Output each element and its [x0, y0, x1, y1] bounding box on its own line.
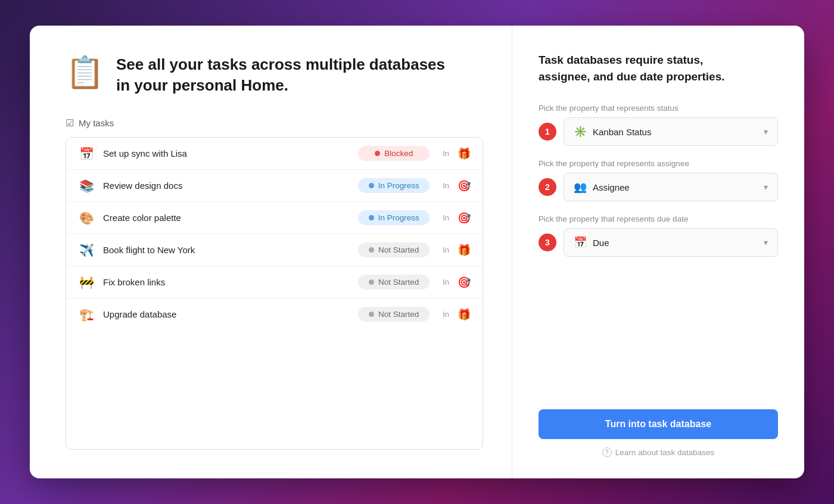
status-dot-1 — [369, 183, 374, 188]
status-dot-2 — [369, 215, 374, 220]
task-app-icon-3: 🎁 — [458, 244, 471, 257]
modal: 📋 See all your tasks across multiple dat… — [30, 26, 804, 478]
task-name-2: Create color palette — [103, 213, 350, 223]
property-section-2: Pick the property that represents assign… — [539, 159, 778, 201]
task-name-3: Book flight to New York — [103, 245, 350, 255]
task-emoji-5: 🏗️ — [78, 307, 95, 322]
task-emoji-1: 📚 — [78, 179, 95, 193]
learn-label: Learn about task databases — [615, 448, 715, 457]
chevron-down-icon-2: ▾ — [764, 182, 768, 192]
task-in-label-4: In — [443, 278, 449, 287]
step-badge-3: 3 — [539, 234, 556, 251]
clipboard-icon: 📋 — [66, 57, 104, 88]
status-dot-4 — [369, 279, 374, 285]
property-section-1: Pick the property that represents status… — [539, 104, 778, 146]
property-dropdown-left-3: 📅 Due — [574, 236, 609, 249]
task-row: 🏗️ Upgrade database Not Started In 🎁 — [66, 298, 483, 330]
task-app-icon-4: 🎯 — [458, 276, 471, 289]
property-sections: Pick the property that represents status… — [539, 104, 778, 270]
property-row-1: 1 ✳️ Kanban Status ▾ — [539, 117, 778, 146]
status-badge-0: Blocked — [358, 146, 430, 161]
bottom-section: Turn into task database ? Learn about ta… — [539, 409, 778, 457]
chevron-down-icon-1: ▾ — [764, 127, 768, 136]
status-badge-4: Not Started — [358, 275, 430, 290]
status-dot-0 — [375, 151, 380, 156]
task-row: 🎨 Create color palette In Progress In 🎯 — [66, 202, 483, 234]
property-dropdown-left-1: ✳️ Kanban Status — [574, 125, 651, 138]
task-row: 📚 Review design docs In Progress In 🎯 — [66, 170, 483, 202]
task-row: 🚧 Fix broken links Not Started In 🎯 — [66, 266, 483, 298]
property-dropdown-3[interactable]: 📅 Due ▾ — [564, 228, 778, 257]
task-emoji-2: 🎨 — [78, 211, 95, 225]
task-in-label-1: In — [443, 181, 449, 190]
status-badge-1: In Progress — [358, 178, 430, 193]
right-panel: Task databases require status,assignee, … — [512, 26, 804, 478]
property-dropdown-2[interactable]: 👥 Assignee ▾ — [564, 173, 778, 201]
assignee-icon: 👥 — [574, 181, 587, 194]
step-badge-1: 1 — [539, 123, 556, 141]
header-area: 📋 See all your tasks across multiple dat… — [66, 54, 483, 96]
task-app-icon-1: 🎯 — [458, 179, 471, 192]
task-name-5: Upgrade database — [103, 309, 350, 319]
property-label-2: Pick the property that represents assign… — [539, 159, 778, 168]
task-name-1: Review design docs — [103, 181, 350, 191]
task-app-icon-2: 🎯 — [458, 211, 471, 225]
property-selected-2: Assignee — [593, 182, 630, 192]
task-name-4: Fix broken links — [103, 277, 350, 287]
property-label-3: Pick the property that represents due da… — [539, 214, 778, 223]
my-tasks-text: My tasks — [79, 118, 114, 128]
property-dropdown-1[interactable]: ✳️ Kanban Status ▾ — [564, 117, 778, 146]
task-emoji-3: ✈️ — [78, 243, 95, 257]
checkbox-icon: ☑ — [66, 117, 74, 129]
property-label-1: Pick the property that represents status — [539, 104, 778, 113]
right-panel-title: Task databases require status,assignee, … — [539, 52, 778, 85]
task-row: ✈️ Book flight to New York Not Started I… — [66, 234, 483, 266]
task-name-0: Set up sync with Lisa — [103, 148, 350, 158]
task-app-icon-0: 🎁 — [458, 147, 471, 160]
status-badge-3: Not Started — [358, 242, 430, 257]
property-selected-1: Kanban Status — [593, 127, 651, 137]
property-section-3: Pick the property that represents due da… — [539, 214, 778, 257]
property-row-3: 3 📅 Due ▾ — [539, 228, 778, 257]
status-badge-2: In Progress — [358, 210, 430, 225]
tasks-list: 📅 Set up sync with Lisa Blocked In 🎁 📚 R… — [66, 137, 483, 450]
my-tasks-label: ☑ My tasks — [66, 117, 483, 129]
task-in-label-5: In — [443, 310, 449, 319]
spinner-icon: ✳️ — [574, 125, 587, 138]
learn-link[interactable]: ? Learn about task databases — [539, 447, 778, 457]
task-app-icon-5: 🎁 — [458, 308, 471, 321]
task-row: 📅 Set up sync with Lisa Blocked In 🎁 — [66, 138, 483, 170]
left-panel: 📋 See all your tasks across multiple dat… — [30, 26, 512, 478]
status-badge-5: Not Started — [358, 307, 430, 322]
calendar-icon: 📅 — [574, 236, 587, 249]
task-in-label-0: In — [443, 149, 449, 158]
chevron-down-icon-3: ▾ — [764, 238, 768, 247]
status-dot-3 — [369, 247, 374, 253]
property-dropdown-left-2: 👥 Assignee — [574, 181, 630, 194]
help-icon: ? — [602, 447, 612, 457]
turn-into-task-database-button[interactable]: Turn into task database — [539, 409, 778, 439]
property-selected-3: Due — [593, 238, 609, 248]
task-emoji-0: 📅 — [78, 147, 95, 161]
task-in-label-3: In — [443, 245, 449, 254]
step-badge-2: 2 — [539, 178, 556, 196]
header-title: See all your tasks across multiple datab… — [116, 54, 445, 96]
status-dot-5 — [369, 312, 374, 317]
task-emoji-4: 🚧 — [78, 275, 95, 290]
property-row-2: 2 👥 Assignee ▾ — [539, 173, 778, 201]
task-in-label-2: In — [443, 213, 449, 222]
